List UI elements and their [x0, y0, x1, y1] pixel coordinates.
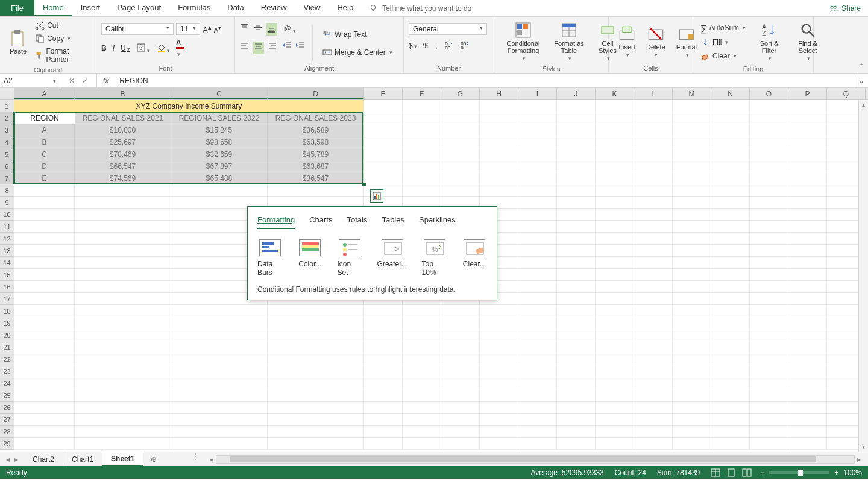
cell-A17[interactable] — [14, 293, 75, 305]
cell-P6[interactable] — [788, 160, 827, 172]
cell-D21[interactable] — [268, 341, 364, 353]
accounting-format-button[interactable]: $ — [409, 42, 417, 50]
cell-J2[interactable] — [557, 112, 596, 124]
insert-cells-button[interactable]: Insert — [614, 19, 640, 63]
cell-E3[interactable] — [364, 124, 403, 136]
cell-N16[interactable] — [711, 281, 750, 293]
cell-D2[interactable]: REGIONAL SALES 2023 — [268, 112, 364, 124]
cell-G22[interactable] — [441, 353, 480, 365]
cell-E7[interactable] — [364, 172, 403, 184]
cell-M28[interactable] — [673, 426, 711, 438]
cell-M15[interactable] — [673, 269, 711, 281]
cell-P23[interactable] — [788, 365, 827, 377]
cell-C2[interactable]: REGIONAL SALES 2022 — [171, 112, 268, 124]
cell-E20[interactable] — [364, 329, 403, 341]
row-header-5[interactable]: 5 — [0, 148, 14, 160]
row-header-14[interactable]: 14 — [0, 257, 14, 269]
cell-N28[interactable] — [711, 426, 750, 438]
cell-O24[interactable] — [750, 377, 788, 389]
font-name-select[interactable]: Calibri▾ — [101, 23, 174, 35]
cell-F25[interactable] — [403, 389, 441, 402]
cell-B15[interactable] — [75, 269, 171, 281]
cell-B23[interactable] — [75, 365, 171, 377]
cell-M13[interactable] — [673, 245, 711, 257]
cell-H28[interactable] — [480, 426, 518, 438]
cell-A19[interactable] — [14, 317, 75, 329]
cell-J9[interactable] — [557, 197, 596, 209]
cell-L12[interactable] — [634, 233, 673, 245]
cell-G19[interactable] — [441, 317, 480, 329]
cell-I17[interactable] — [518, 293, 557, 305]
cell-K27[interactable] — [596, 414, 634, 426]
cell-P7[interactable] — [788, 172, 827, 184]
cell-K17[interactable] — [596, 293, 634, 305]
cell-F29[interactable] — [403, 438, 441, 450]
scroll-up-button[interactable]: ▴ — [859, 100, 868, 110]
cell-P16[interactable] — [788, 281, 827, 293]
cell-E18[interactable] — [364, 305, 403, 317]
cell-O29[interactable] — [750, 438, 788, 450]
cell-O17[interactable] — [750, 293, 788, 305]
cell-D28[interactable] — [268, 426, 364, 438]
cell-K29[interactable] — [596, 438, 634, 450]
italic-button[interactable]: I — [113, 44, 115, 52]
align-right-button[interactable] — [268, 42, 277, 54]
row-header-16[interactable]: 16 — [0, 281, 14, 293]
qa-item-iconset[interactable]: Icon Set — [337, 239, 362, 277]
cell-B21[interactable] — [75, 341, 171, 353]
cell-M26[interactable] — [673, 402, 711, 414]
cell-H3[interactable] — [480, 124, 518, 136]
cell-K2[interactable] — [596, 112, 634, 124]
tab-help[interactable]: Help — [329, 0, 362, 16]
tab-insert[interactable]: Insert — [72, 0, 109, 16]
cell-M3[interactable] — [673, 124, 711, 136]
cell-O5[interactable] — [750, 148, 788, 160]
cell-I4[interactable] — [518, 136, 557, 148]
align-top-button[interactable] — [240, 23, 250, 36]
cell-N22[interactable] — [711, 353, 750, 365]
cell-P28[interactable] — [788, 426, 827, 438]
cell-A5[interactable]: C — [14, 148, 75, 160]
name-box[interactable]: A2▾ — [0, 74, 60, 87]
cell-F21[interactable] — [403, 341, 441, 353]
cell-H27[interactable] — [480, 414, 518, 426]
cell-A6[interactable]: D — [14, 160, 75, 172]
cell-G25[interactable] — [441, 389, 480, 402]
col-header-P[interactable]: P — [788, 88, 827, 99]
cell-D29[interactable] — [268, 438, 364, 450]
cell-J12[interactable] — [557, 233, 596, 245]
cell-E2[interactable] — [364, 112, 403, 124]
row-header-19[interactable]: 19 — [0, 317, 14, 329]
cell-G18[interactable] — [441, 305, 480, 317]
cell-K13[interactable] — [596, 245, 634, 257]
cell-J13[interactable] — [557, 245, 596, 257]
decrease-indent-button[interactable] — [282, 40, 292, 52]
cell-N4[interactable] — [711, 136, 750, 148]
cell-L25[interactable] — [634, 389, 673, 402]
cell-E6[interactable] — [364, 160, 403, 172]
cells-area[interactable]: XYZ Company Income SummaryREGIONREGIONAL… — [14, 100, 868, 450]
sort-filter-button[interactable]: AZSort & Filter — [752, 19, 787, 64]
cell-O3[interactable] — [750, 124, 788, 136]
cell-A24[interactable] — [14, 377, 75, 389]
cell-L11[interactable] — [634, 221, 673, 233]
cell-F19[interactable] — [403, 317, 441, 329]
tab-formulas[interactable]: Formulas — [169, 0, 219, 16]
cell-G4[interactable] — [441, 136, 480, 148]
cell-J8[interactable] — [557, 184, 596, 197]
col-header-A[interactable]: A — [14, 88, 75, 99]
cell-K25[interactable] — [596, 389, 634, 402]
cell-P25[interactable] — [788, 389, 827, 402]
cell-M24[interactable] — [673, 377, 711, 389]
cell-M18[interactable] — [673, 305, 711, 317]
cell-B10[interactable] — [75, 209, 171, 221]
col-header-G[interactable]: G — [441, 88, 480, 99]
tab-home[interactable]: Home — [34, 0, 72, 16]
cell-L28[interactable] — [634, 426, 673, 438]
cell-P1[interactable] — [788, 100, 827, 112]
cell-I22[interactable] — [518, 353, 557, 365]
cell-L18[interactable] — [634, 305, 673, 317]
cell-B4[interactable]: $25,697 — [75, 136, 171, 148]
cell-F8[interactable] — [403, 184, 441, 197]
cell-O12[interactable] — [750, 233, 788, 245]
